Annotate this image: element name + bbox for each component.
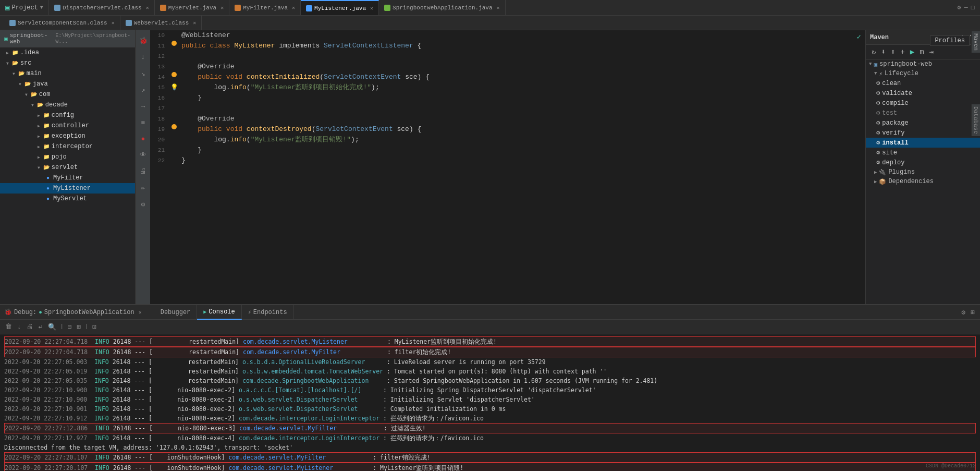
sidebar-item-src[interactable]: ▼ 📂 src [0,58,135,68]
debug-session-close[interactable]: ✕ [139,309,142,316]
maven-toggle-btn[interactable]: ⇥ [928,47,935,57]
sidebar-item-config[interactable]: ▶ 📁 config [0,110,135,120]
tab-myservlet[interactable]: MyServlet.java ✕ [155,0,229,15]
print-btn[interactable]: 🖨 [26,322,34,332]
maven-skip-tests-btn[interactable]: m [918,47,925,57]
profiles-label[interactable]: Profiles [930,35,970,46]
code-content-18: @Override [179,114,865,124]
maven-add-btn[interactable]: + [899,47,906,57]
tab-close-myfilter[interactable]: ✕ [292,5,295,11]
settings-icon[interactable]: ⚙ [957,4,961,11]
tab-web-servlet[interactable]: WebServlet.class ✕ [120,16,202,30]
maven-side-label[interactable]: Maven [971,31,980,53]
maven-dependencies-header[interactable]: ▶ 📦 Dependencies [866,177,980,186]
lifecycle-icon: ⚡ [879,70,883,77]
evaluate-icon[interactable]: ≡ [139,117,148,129]
project-title-label: Project [11,4,38,11]
maven-refresh-btn[interactable]: ↻ [870,47,877,57]
fold-btn[interactable]: ⊟ [67,322,73,332]
find-btn[interactable]: 🔍 [47,322,57,332]
run-to-cursor-icon[interactable]: → [139,101,148,113]
sidebar-item-servlet[interactable]: ▼ 📂 servlet [0,162,135,173]
print-icon[interactable]: 🖨 [138,165,149,177]
expand-btn[interactable]: ⊞ [76,322,82,332]
collapse-arrow-decade: ▼ [31,103,34,107]
project-dropdown-icon[interactable]: ▼ [40,5,43,10]
sidebar-item-decade[interactable]: ▼ 📂 decade [0,100,135,110]
sidebar-item-idea[interactable]: ▶ 📁 .idea [0,47,135,58]
step-over-icon[interactable]: ↓ [139,51,148,63]
breakpoint-icon[interactable]: ● [139,133,148,145]
tab-close-mylistener[interactable]: ✕ [370,5,373,11]
settings-side-icon[interactable]: ⚙ [139,198,148,211]
tab-myfilter[interactable]: MyFilter.java ✕ [229,0,301,15]
debug-breakpoint-19[interactable] [172,124,177,129]
maven-run-btn[interactable]: ▶ [909,47,916,57]
minimize-icon[interactable]: — [964,4,968,11]
debug-tab-console[interactable]: ▶ Console [197,305,241,320]
code-editor[interactable]: 10 @WebListener 11 public class MyListen… [150,30,865,304]
step-into-icon[interactable]: ↘ [139,67,148,80]
maven-lifecycle-compile[interactable]: ⚙ compile [866,98,980,108]
tab-servlet-component-scan[interactable]: ServletComponentScan.class ✕ [4,16,120,30]
maven-download-sources-btn[interactable]: ⬇ [879,47,887,57]
sidebar-item-com[interactable]: ▼ 📂 com [0,89,135,100]
debug-breakpoint-14[interactable] [172,72,177,77]
maven-lifecycle-package[interactable]: ⚙ package [866,118,980,128]
java-file-icon [160,5,166,11]
line-num-16: 16 [150,93,169,103]
clear-console-btn[interactable]: 🗑 [4,322,13,332]
tab-springboot-app[interactable]: SpringbootWebApplication.java ✕ [379,0,505,15]
tab-label-myfilter: MyFilter.java [243,5,288,11]
tab-dispatcher-servlet[interactable]: DispatcherServlet.class ✕ [49,0,155,15]
maximize-icon[interactable]: □ [971,4,975,11]
console-output[interactable]: 2022-09-20 22:27:04.718 INFO 26148 --- [… [0,334,980,471]
sidebar-item-exception[interactable]: ▶ 📁 exception [0,131,135,141]
debug-settings-btn[interactable]: ⚙ [960,307,966,318]
gear-icon-validate: ⚙ [876,89,880,97]
restore-layout-btn[interactable]: ⊡ [91,322,97,332]
sidebar-item-pojo[interactable]: ▶ 📁 pojo [0,152,135,162]
tab-close-dispatcher[interactable]: ✕ [146,5,149,11]
maven-lifecycle-install[interactable]: ⚙ install [866,138,980,148]
maven-lifecycle-test[interactable]: ⚙ test [866,108,980,118]
scroll-to-end-btn[interactable]: ↓ [16,322,22,332]
sidebar-item-myfilter[interactable]: ● MyFilter [0,173,135,183]
sidebar-item-myservlet[interactable]: ● MyServlet [0,194,135,204]
tab-close-webservlet[interactable]: ✕ [193,20,196,26]
project-title-area[interactable]: ▣ Project ▼ [0,0,49,15]
sidebar-item-interceptor[interactable]: ▶ 📁 interceptor [0,141,135,152]
collapse-arrow-interceptor: ▶ [38,144,40,149]
maven-lifecycle-verify[interactable]: ⚙ verify [866,128,980,138]
debug-layout-btn[interactable]: ⊞ [970,307,976,318]
maven-plugins-header[interactable]: ▶ 🔌 Plugins [866,167,980,177]
debug-breakpoint-11[interactable] [172,41,177,46]
maven-upload-btn[interactable]: ⬆ [889,47,897,57]
debug-icon[interactable]: 🐞 [137,34,150,47]
tab-mylistener[interactable]: MyListener.java ✕ [301,0,379,15]
edit-icon[interactable]: ✏ [139,182,148,194]
maven-lifecycle-header[interactable]: ▼ ⚡ Lifecycle [866,69,980,78]
sidebar-item-main[interactable]: ▼ 📂 main [0,68,135,79]
maven-lifecycle-validate[interactable]: ⚙ validate [866,88,980,98]
debug-tab-endpoints[interactable]: ⚡ Endpoints [242,305,294,320]
tab-close-scan[interactable]: ✕ [112,20,115,26]
sidebar-label-idea: .idea [20,49,39,56]
soft-wrap-btn[interactable]: ↩ [38,322,44,332]
collapse-arrow-config: ▶ [38,113,40,118]
debug-tab-debugger[interactable]: Debugger [154,305,198,320]
sidebar-item-java[interactable]: ▼ 📂 java [0,79,135,89]
tab-close-springboot[interactable]: ✕ [497,5,500,11]
quick-fix-bulb-15[interactable]: 💡 [170,82,178,93]
database-side-label[interactable]: Database [971,104,980,136]
watch-icon[interactable]: 👁 [138,149,149,161]
maven-project-header[interactable]: ▼ ▣ springboot-web [866,59,980,69]
tab-close-myservlet[interactable]: ✕ [220,5,224,11]
maven-lifecycle-site[interactable]: ⚙ site [866,148,980,158]
maven-lifecycle-clean[interactable]: ⚙ clean [866,78,980,88]
step-out-icon[interactable]: ↗ [139,84,148,96]
log-ts-2: 2022-09-20 22:27:04.718 [5,347,95,357]
sidebar-item-mylistener[interactable]: ● MyListener [0,183,135,194]
maven-lifecycle-deploy[interactable]: ⚙ deploy [866,158,980,167]
sidebar-item-controller[interactable]: ▶ 📁 controller [0,120,135,131]
